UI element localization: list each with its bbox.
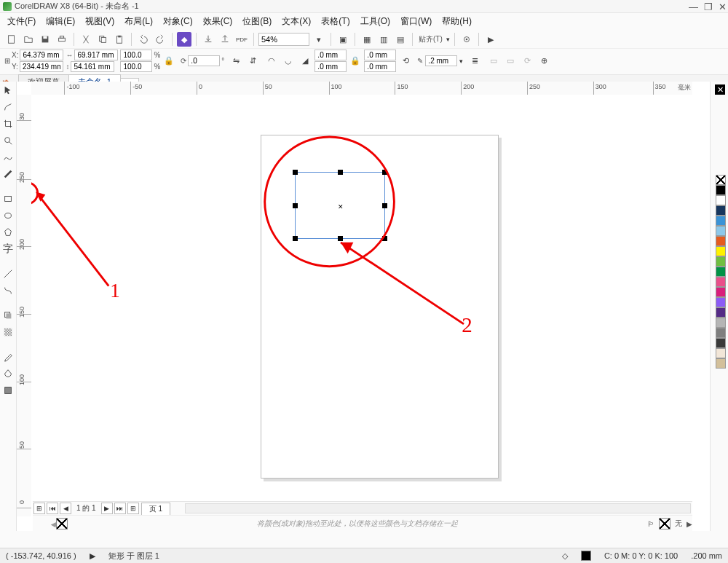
to-front-button[interactable]: ▭ — [486, 54, 501, 68]
to-back-button[interactable]: ▭ — [503, 54, 518, 68]
menu-view[interactable]: 视图(V) — [85, 15, 114, 28]
mirror-h-button[interactable]: ⇋ — [229, 54, 243, 68]
menu-edit[interactable]: 编辑(E) — [46, 15, 75, 28]
menu-effect[interactable]: 效果(C) — [203, 15, 233, 28]
menu-window[interactable]: 窗口(W) — [400, 15, 432, 28]
swatch[interactable] — [716, 185, 726, 195]
relative-corner-button[interactable]: ⟲ — [398, 54, 413, 68]
search-icon[interactable]: ◆ — [177, 32, 191, 47]
redo-button[interactable] — [153, 32, 167, 47]
status-fill-swatch[interactable] — [581, 551, 591, 561]
ruler-horizontal[interactable]: -100 -50 0 50 100 150 200 250 300 350 毫米 — [31, 82, 692, 95]
palette-left-icon[interactable]: ◀ — [50, 520, 56, 528]
menu-layout[interactable]: 布局(L) — [124, 15, 153, 28]
swatch[interactable] — [716, 205, 726, 216]
corner-lock-icon[interactable]: 🔒 — [348, 54, 363, 68]
status-play-icon[interactable]: ▶ — [90, 551, 95, 561]
connector-tool[interactable] — [1, 283, 15, 298]
import-button[interactable] — [201, 32, 215, 47]
publish-pdf-button[interactable]: PDF — [234, 32, 249, 47]
corner-br-input[interactable] — [364, 61, 396, 72]
handle-bm[interactable] — [338, 236, 343, 241]
options-button[interactable] — [459, 32, 474, 47]
rotation-input[interactable] — [188, 55, 220, 66]
selected-rectangle[interactable]: ✕ — [295, 172, 385, 239]
show-rulers-button[interactable]: ▦ — [360, 32, 374, 47]
viewport[interactable]: ✕ 1 2 — [31, 95, 692, 516]
palette-right-icon[interactable]: ▶ — [687, 520, 692, 528]
swatch[interactable] — [716, 277, 726, 287]
close-button[interactable]: ✕ — [719, 1, 727, 12]
swatch[interactable] — [716, 267, 726, 277]
corner-chamfer-button[interactable]: ◢ — [298, 54, 312, 68]
minimize-button[interactable]: ― — [689, 1, 698, 12]
drop-shadow-tool[interactable] — [1, 308, 15, 323]
handle-bl[interactable] — [293, 236, 298, 241]
interactive-fill-tool[interactable] — [1, 366, 15, 381]
artistic-media-tool[interactable] — [1, 167, 15, 181]
page-next-button[interactable]: ▶ — [101, 503, 113, 514]
corner-tr-input[interactable] — [364, 50, 396, 60]
scale-y-input[interactable] — [120, 61, 152, 72]
smart-fill-tool[interactable] — [1, 383, 15, 398]
shape-tool[interactable] — [1, 100, 15, 114]
menu-bitmap[interactable]: 位图(B) — [242, 15, 272, 28]
save-button[interactable] — [38, 32, 52, 47]
status-fill-icon[interactable]: ◇ — [562, 551, 568, 561]
ellipse-tool[interactable] — [1, 208, 15, 223]
handle-tl[interactable] — [293, 170, 298, 175]
handle-br[interactable] — [382, 236, 387, 241]
rectangle-tool[interactable] — [1, 192, 15, 206]
quick-customize-button[interactable]: ⊕ — [537, 54, 551, 68]
page-first-button[interactable]: ⏮ — [47, 503, 58, 514]
export-button[interactable] — [218, 32, 232, 47]
page-tab[interactable]: 页 1 — [141, 503, 170, 515]
fullscreen-button[interactable]: ▣ — [336, 32, 350, 47]
maximize-button[interactable]: ❐ — [704, 1, 713, 12]
eyedropper-tool[interactable] — [1, 350, 15, 364]
page-last-button[interactable]: ⏭ — [114, 503, 126, 514]
show-guides-button[interactable]: ▤ — [393, 32, 408, 47]
swatch-none[interactable] — [716, 175, 726, 185]
menu-text[interactable]: 文本(X) — [282, 15, 311, 28]
launch-button[interactable]: ▶ — [483, 32, 498, 47]
wrap-text-button[interactable]: ≣ — [467, 54, 482, 68]
swatch[interactable] — [716, 338, 726, 348]
open-button[interactable] — [21, 32, 36, 47]
corner-round-button[interactable]: ◠ — [264, 54, 279, 68]
menu-object[interactable]: 对象(C) — [163, 15, 193, 28]
swatch[interactable] — [716, 348, 726, 358]
transparency-tool[interactable] — [1, 325, 15, 339]
text-tool[interactable]: 字 — [1, 242, 15, 256]
snap-dropdown[interactable]: 贴齐(T) — [417, 34, 444, 44]
handle-ml[interactable] — [293, 203, 298, 208]
undo-button[interactable] — [136, 32, 151, 47]
outline-width-input[interactable] — [425, 55, 457, 66]
handle-mr[interactable] — [382, 203, 387, 208]
swatch[interactable] — [716, 256, 726, 267]
horizontal-scrollbar[interactable] — [185, 503, 691, 513]
pos-x-input[interactable] — [20, 50, 63, 60]
page-prev-button[interactable]: ◀ — [60, 503, 71, 514]
zoom-dropdown-icon[interactable]: ▾ — [312, 32, 326, 47]
menu-help[interactable]: 帮助(H) — [442, 15, 472, 28]
swatch[interactable] — [716, 358, 726, 369]
corner-tl-input[interactable] — [314, 50, 347, 60]
paste-button[interactable] — [112, 32, 127, 47]
print-button[interactable] — [55, 32, 69, 47]
swatch[interactable] — [716, 287, 726, 297]
swatch[interactable] — [716, 328, 726, 338]
new-button[interactable] — [4, 32, 19, 47]
menu-tools[interactable]: 工具(O) — [360, 15, 390, 28]
width-input[interactable] — [74, 50, 118, 60]
show-grid-button[interactable]: ▥ — [376, 32, 391, 47]
mirror-v-button[interactable]: ⇵ — [245, 54, 260, 68]
ruler-vertical[interactable]: 30 250 200 150 100 50 0 — [17, 95, 32, 516]
page-add-button[interactable]: ⊞ — [33, 503, 45, 514]
page-add2-button[interactable]: ⊞ — [127, 503, 139, 514]
menu-file[interactable]: 文件(F) — [7, 15, 36, 28]
corner-scallop-button[interactable]: ◡ — [281, 54, 296, 68]
swatch[interactable] — [716, 307, 726, 318]
parallel-dim-tool[interactable] — [1, 267, 15, 281]
swatch[interactable] — [716, 195, 726, 205]
